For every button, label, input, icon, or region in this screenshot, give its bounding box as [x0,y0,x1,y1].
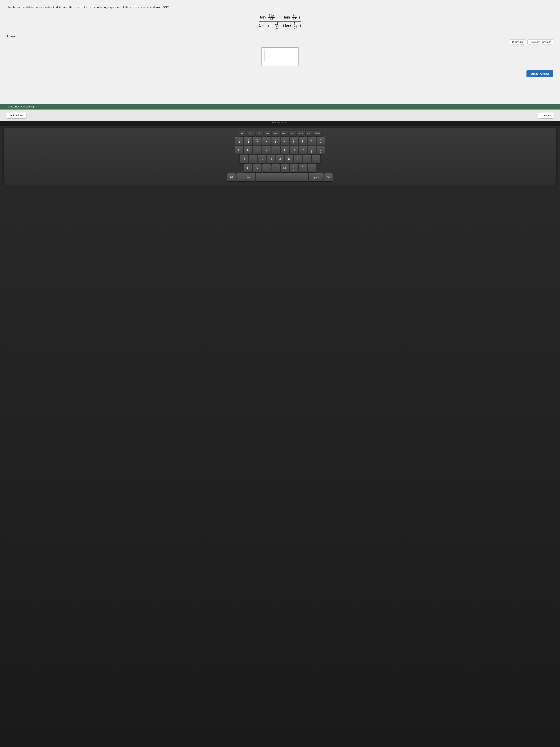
row-cvbnm: C V B N M <, >. ?/ [7,164,553,172]
key-f[interactable]: F [249,155,257,163]
f7-icon: ⏮ [274,132,276,134]
key-comma[interactable]: <, [290,164,298,172]
key-u[interactable]: U [271,146,279,154]
key-f3[interactable]: ☀F3 [239,131,246,136]
key-n[interactable]: N [271,164,279,172]
key-3[interactable]: #3 [235,137,243,145]
f12-icon: 🔊 [315,132,317,134]
submit-row: Submit Answer [7,70,553,77]
row-dfghjkl: D F G H J K L :; "' [7,155,553,163]
key-t[interactable]: T [254,146,262,154]
bottom-row: ⌘ command option ⌥ [7,173,553,181]
key-slash[interactable]: ?/ [308,164,316,172]
main-fraction: tan​( 11π 24 ) − tan​( 7π 24 ) 1 + [258,14,302,29]
key-9[interactable]: (9 [290,137,298,145]
key-command[interactable]: command [237,173,255,181]
key-command-symbol[interactable]: ⌘ [228,173,236,181]
key-o[interactable]: O [290,146,298,154]
previous-button[interactable]: ◀ Previous [7,112,26,119]
f9-icon: ⏭ [291,132,292,134]
key-k[interactable]: K [285,155,293,163]
key-0[interactable]: )0 [299,137,307,145]
tan3: tan [266,23,271,27]
f10-icon: 🔇 [298,132,300,134]
keypad-icon: ▦ [512,41,514,43]
answer-section: Answer ▦ Keypad Keyboard Shortcuts Sub [7,34,553,77]
tools-row: ▦ Keypad Keyboard Shortcuts [7,40,553,45]
inner-frac-1: 11π 24 [268,14,275,21]
key-f10[interactable]: 🔇F10 [297,131,304,136]
text-cursor [264,50,264,61]
key-y[interactable]: Y [262,146,271,154]
key-f7[interactable]: ⏮F7 [272,131,279,136]
key-f4[interactable]: ⊞F4 [247,131,255,136]
key-4[interactable]: $4 [244,137,252,145]
key-period[interactable]: >. [299,164,307,172]
key-8[interactable]: *8 [281,137,289,145]
keyboard: ☀F3 ⊞F4 ✦F5 ✧F6 ⏮F7 ⏭F8 ⏭F9 🔇F10 🔉F11 🔊F… [4,128,556,186]
key-j[interactable]: J [276,155,284,163]
answer-label: Answer [7,34,553,37]
key-r[interactable]: R [244,146,252,154]
nav-bar: ◀ Previous Next ▶ [0,109,560,121]
fraction-numerator: tan​( 11π 24 ) − tan​( 7π 24 ) [259,14,301,22]
key-bracket-close[interactable]: }] [317,146,325,154]
key-f5[interactable]: ✦F5 [256,131,263,136]
f11-icon: 🔉 [307,132,309,134]
key-5[interactable]: %5 [254,137,262,145]
keypad-button[interactable]: ▦ Keypad [510,40,526,45]
footer-bar: © 2021 Hawkes Learning [0,104,560,109]
row-ertyuiop: E R T Y U I O P {[ }] [7,146,553,154]
question-instruction: Use the sum and difference identities to… [7,5,553,9]
keyboard-wrapper: ☀F3 ⊞F4 ✦F5 ✧F6 ⏮F7 ⏭F8 ⏭F9 🔇F10 🔉F11 🔊F… [0,126,560,747]
tan2: tan [284,15,289,19]
math-input-box[interactable] [262,47,298,66]
key-f6[interactable]: ✧F6 [264,131,271,136]
inner-frac-3: 11π 24 [274,22,281,29]
key-f9[interactable]: ⏭F9 [289,131,296,136]
next-button[interactable]: Next ▶ [538,112,553,119]
tan4: tan [285,23,290,27]
key-minus[interactable]: _− [308,137,316,145]
math-expression: tan​( 11π 24 ) − tan​( 7π 24 ) 1 + [7,14,553,29]
f3-icon: ☀ [241,132,242,134]
inner-frac-2: 7π 24 [292,14,297,21]
key-space[interactable] [256,173,308,181]
key-semicolon[interactable]: :; [303,155,311,163]
key-g[interactable]: G [258,155,266,163]
inner-frac-4: 7π 24 [293,22,298,29]
key-bracket-open[interactable]: {[ [308,146,316,154]
key-b[interactable]: B [262,164,271,172]
key-v[interactable]: V [254,164,262,172]
key-p[interactable]: P [299,146,307,154]
key-d[interactable]: D [240,155,248,163]
key-quote[interactable]: "' [312,155,320,163]
key-c[interactable]: C [244,164,252,172]
key-l[interactable]: L [294,155,302,163]
key-e[interactable]: E [235,146,243,154]
f4-icon: ⊞ [249,132,250,134]
key-f12[interactable]: 🔊F12 [314,131,321,136]
content-area: Use the sum and difference identities to… [0,0,560,104]
copyright-text: © 2021 Hawkes Learning [7,105,34,108]
key-i[interactable]: I [281,146,289,154]
key-option[interactable]: option [309,173,323,181]
f8-icon: ⏭ [283,132,284,134]
key-f11[interactable]: 🔉F11 [305,131,313,136]
key-m[interactable]: M [281,164,289,172]
key-equals[interactable]: += [317,137,325,145]
input-box-wrapper [7,47,553,66]
macbook-label: MacBook Air [0,121,560,124]
f5-icon: ✦ [258,132,259,134]
fraction-denominator: 1 + tan​( 11π 24 ) tan​( 7π 24 ) [258,22,302,29]
key-h[interactable]: H [267,155,275,163]
tan1: tan [260,15,265,19]
key-f8[interactable]: ⏭F8 [281,131,288,136]
key-6[interactable]: ^6 [262,137,271,145]
key-option-symbol[interactable]: ⌥ [324,173,332,181]
key-7[interactable]: &7 [271,137,279,145]
keyboard-shortcuts-button[interactable]: Keyboard Shortcuts [527,40,553,45]
submit-button[interactable]: Submit Answer [527,70,553,77]
number-row: #3 $4 %5 ^6 &7 *8 (9 )0 _− += [7,137,553,145]
f6-icon: ✧ [266,132,267,134]
